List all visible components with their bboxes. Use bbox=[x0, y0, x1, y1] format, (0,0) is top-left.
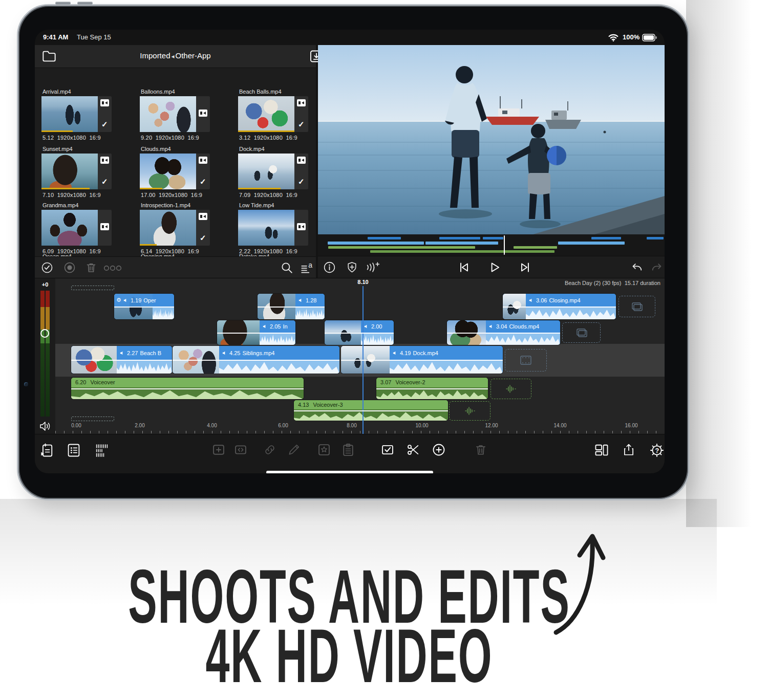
media-type-icon bbox=[199, 213, 207, 220]
audio-meter-right bbox=[46, 291, 50, 417]
skip-to-start-icon[interactable] bbox=[457, 260, 471, 274]
play-icon[interactable] bbox=[488, 260, 501, 274]
clip-info-icon[interactable] bbox=[323, 261, 336, 274]
library-clip-clouds[interactable]: ✓ bbox=[140, 154, 210, 189]
volume-line[interactable] bbox=[325, 333, 394, 334]
volume-line[interactable] bbox=[503, 307, 616, 308]
timeline-overview[interactable] bbox=[318, 234, 665, 256]
timeline-audio-voiceover3[interactable]: 4.13Voiceover-3 bbox=[294, 400, 448, 421]
clip-name: Arrival.mp4 bbox=[42, 89, 71, 95]
speaker-icon[interactable] bbox=[39, 421, 51, 432]
volume-line[interactable] bbox=[341, 360, 503, 361]
timeline-clip-128[interactable]: 1.28 bbox=[258, 294, 325, 319]
add-marker-icon[interactable] bbox=[346, 261, 358, 274]
select-tool-icon[interactable] bbox=[380, 443, 395, 457]
volume-line[interactable] bbox=[294, 410, 448, 411]
usage-bar bbox=[41, 130, 73, 132]
speaker-icon bbox=[120, 351, 125, 356]
library-clip-sunset[interactable]: ✓ bbox=[41, 154, 112, 189]
library-clip-lowtide[interactable] bbox=[238, 210, 308, 246]
media-library-panel: Imported◂Other-App Arrival.mp4 ✓ 5.12 19… bbox=[35, 45, 316, 278]
skip-to-end-icon[interactable] bbox=[519, 260, 532, 274]
sort-by-name-icon[interactable]: a bbox=[300, 261, 314, 274]
settings-help-icon[interactable]: ? bbox=[649, 443, 665, 458]
timeline-clip-dock[interactable]: 4.19 Dock.mp4 bbox=[341, 346, 503, 374]
search-icon[interactable] bbox=[280, 261, 293, 274]
timeline-clip-siblings[interactable]: 4.25 Siblings.mp4 bbox=[173, 346, 339, 374]
volume-line[interactable] bbox=[71, 388, 304, 389]
transition-tool-icon[interactable] bbox=[233, 443, 248, 457]
clip-duration: 3.04 bbox=[496, 323, 507, 330]
timeline-clip-beachballs[interactable]: 2.27 Beach B bbox=[71, 346, 172, 374]
undo-icon[interactable] bbox=[630, 261, 644, 274]
audio-label: 3.07Voiceover-2 bbox=[376, 378, 488, 387]
share-export-icon[interactable] bbox=[622, 443, 635, 457]
volume-line[interactable] bbox=[71, 360, 172, 361]
library-clip-dock[interactable]: ✓ bbox=[238, 154, 308, 189]
timeline-ruler[interactable]: 0.00 2.00 4.00 6.00 8.00 10.00 12.00 14.… bbox=[55, 422, 665, 434]
redo-icon[interactable] bbox=[650, 261, 664, 274]
timeline-clip-closing[interactable]: 3.06 Closing.mp4 bbox=[503, 294, 616, 319]
audio-placeholder[interactable] bbox=[449, 401, 490, 421]
audio-placeholder[interactable] bbox=[490, 379, 531, 399]
split-scissors-icon[interactable] bbox=[406, 443, 420, 457]
add-audio-keyframe-icon[interactable] bbox=[365, 261, 381, 274]
transition-placeholder[interactable] bbox=[618, 296, 655, 317]
volume-line[interactable] bbox=[173, 360, 339, 361]
clip-placeholder[interactable] bbox=[505, 349, 547, 371]
timeline-audio-voiceover2[interactable]: 3.07Voiceover-2 bbox=[376, 378, 488, 399]
timeline-audio-voiceover[interactable]: 6.20Voiceover bbox=[71, 378, 304, 399]
audio-wave-icon bbox=[464, 406, 476, 415]
delete-trash-icon[interactable] bbox=[474, 443, 487, 457]
volume-line[interactable] bbox=[258, 307, 325, 308]
project-notes-icon[interactable] bbox=[67, 443, 81, 458]
volume-knob[interactable] bbox=[40, 329, 49, 338]
library-clip-introspection[interactable]: ✓ bbox=[140, 210, 210, 246]
preview-frame[interactable] bbox=[318, 45, 665, 234]
transition-placeholder[interactable] bbox=[562, 322, 601, 343]
timeline-clip-opening[interactable]: ⚙ 1.19 Oper bbox=[114, 294, 174, 319]
back-triangle-icon: ◂ bbox=[171, 53, 174, 60]
library-clip-arrival[interactable]: ✓ bbox=[41, 96, 112, 132]
library-clip-balloons[interactable] bbox=[140, 96, 210, 132]
volume-down-button[interactable] bbox=[77, 2, 93, 5]
link-icon[interactable] bbox=[263, 443, 276, 457]
timeline-clip-clouds[interactable]: 3.04 Clouds.mp4 bbox=[447, 320, 560, 345]
clip-duration: 4.13 bbox=[298, 402, 309, 408]
project-duration: 15.17 duration bbox=[625, 280, 660, 286]
effects-star-icon[interactable] bbox=[317, 443, 331, 457]
timeline-clip-in[interactable]: 2.05 In bbox=[217, 320, 295, 345]
ruler-label: 10.00 bbox=[411, 423, 433, 428]
layout-switch-icon[interactable] bbox=[594, 443, 609, 457]
add-clip-icon[interactable] bbox=[211, 443, 226, 457]
volume-line[interactable] bbox=[447, 333, 560, 334]
edit-pencil-icon[interactable] bbox=[287, 443, 301, 457]
usage-bar bbox=[238, 130, 294, 132]
track-layout-icon[interactable] bbox=[94, 443, 110, 458]
clip-name: In bbox=[283, 323, 287, 330]
clip-name: Clouds.mp4 bbox=[141, 146, 171, 152]
home-indicator[interactable] bbox=[266, 471, 433, 473]
library-clip-beachballs[interactable]: ✓ bbox=[238, 96, 308, 132]
clipboard-attributes-icon[interactable] bbox=[341, 443, 355, 457]
volume-line[interactable] bbox=[376, 388, 488, 389]
multi-select-icon[interactable] bbox=[41, 261, 53, 274]
record-icon[interactable] bbox=[63, 261, 76, 274]
overview-playhead[interactable] bbox=[504, 235, 505, 255]
add-to-timeline-icon[interactable] bbox=[40, 443, 54, 458]
more-options-icon[interactable] bbox=[103, 265, 122, 271]
library-source-title[interactable]: Imported◂Other-App bbox=[35, 51, 316, 60]
overview-segment bbox=[370, 250, 554, 253]
trash-icon[interactable] bbox=[85, 261, 97, 274]
insert-plus-icon[interactable] bbox=[432, 443, 446, 457]
audio-label: 6.20Voiceover bbox=[71, 378, 304, 387]
library-clip-grandma[interactable] bbox=[41, 210, 112, 246]
library-thumbnail bbox=[41, 210, 98, 246]
volume-up-button[interactable] bbox=[55, 2, 71, 5]
volume-line[interactable] bbox=[217, 333, 295, 334]
overview-segment bbox=[328, 242, 424, 245]
overview-segment bbox=[439, 237, 480, 239]
volume-line[interactable] bbox=[114, 307, 174, 308]
ruler-label: 14.00 bbox=[549, 423, 571, 428]
timeline-clip-200[interactable]: 2.00 bbox=[325, 320, 394, 345]
